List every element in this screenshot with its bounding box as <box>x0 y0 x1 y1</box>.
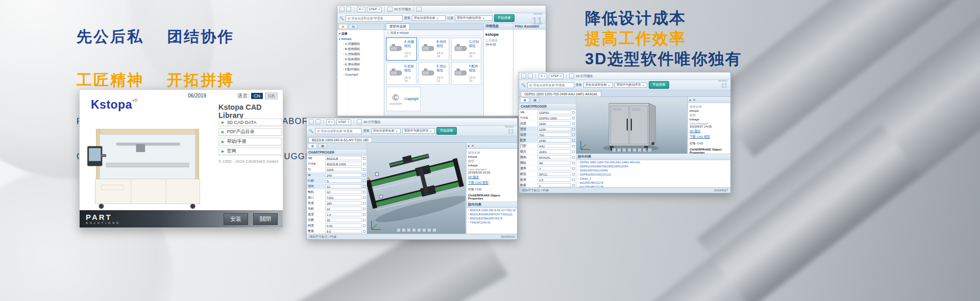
param-row[interactable]: 导程 10 <box>307 206 366 212</box>
param-value[interactable]: AKA1AL <box>537 155 571 159</box>
scope-select[interactable]: 所有目录和名称▾ <box>412 15 446 21</box>
part-card[interactable]: A.伺服模组 19-6-13 <box>386 38 416 60</box>
param-value[interactable]: 1009 <box>325 167 362 171</box>
status-left[interactable]: 增加尺寸标注 / 约束 <box>522 188 549 193</box>
installer-menu-item[interactable]: ▶ 官网 <box>218 147 282 155</box>
param-checkbox[interactable] <box>363 230 365 233</box>
gantry-viewport[interactable] <box>367 143 466 234</box>
param-checkbox[interactable] <box>572 139 575 142</box>
param-checkbox[interactable] <box>572 122 575 125</box>
param-value[interactable]: S1 <box>325 184 362 188</box>
filter-select[interactable]: 零部件与类别术语▾ <box>402 128 435 134</box>
param-checkbox[interactable] <box>363 163 365 165</box>
back-icon[interactable] <box>521 73 526 79</box>
tab-part-selection[interactable]: 零部件选择 <box>386 23 410 30</box>
param-checkbox[interactable] <box>363 208 365 210</box>
part-card[interactable]: F.配件模组 19-6-19 <box>451 62 481 85</box>
param-row[interactable]: 通风 Y <box>519 166 576 171</box>
copyright-card[interactable]: © copyright Copyright 19-9-12 <box>386 87 421 111</box>
info-pin-icon[interactable]: ▸ <box>468 144 470 148</box>
param-row[interactable]: 颜色 AKA1AL <box>519 155 576 160</box>
printer-icon[interactable] <box>357 119 362 124</box>
params-tab-values[interactable]: ▣ <box>308 143 317 148</box>
part-card[interactable]: B.线性模组 19-6-19 <box>419 38 449 60</box>
status-left[interactable]: 增加尺寸标注 / 约束 <box>309 235 336 239</box>
param-checkbox[interactable] <box>572 117 575 119</box>
format-select[interactable]: STEP▾ <box>336 119 351 125</box>
part-card[interactable]: E.滑台模组 19-6-22 <box>419 62 449 85</box>
param-row[interactable]: 锁具 2AR1 <box>519 149 576 155</box>
view-fit-icon[interactable] <box>412 228 416 232</box>
part-name-link[interactable]: F.配件模组 <box>469 64 479 72</box>
param-row[interactable]: 高度 1600 <box>519 121 576 127</box>
view-rotate-icon[interactable] <box>397 228 401 232</box>
parts-list-item[interactable]: ▪ BSZ2LB1009A240T201-B <box>467 216 517 220</box>
param-checkbox[interactable] <box>572 156 575 159</box>
printer-icon[interactable] <box>569 73 574 79</box>
param-row[interactable]: W 240 <box>307 172 366 178</box>
parts-list-item[interactable]: ▪ GDP6112001600700(1600)16001200A <box>576 164 730 168</box>
view-pan-icon[interactable] <box>617 148 621 152</box>
param-row[interactable]: 深度 700 <box>519 132 576 138</box>
param-value[interactable]: 180 <box>325 201 362 205</box>
view-measure-icon[interactable] <box>427 228 431 232</box>
view-zoom-icon[interactable] <box>622 148 626 152</box>
print-preview-label[interactable]: 3D 打印预览 <box>394 7 411 12</box>
param-checkbox[interactable] <box>572 145 575 147</box>
view-settings-icon[interactable] <box>648 148 652 152</box>
param-checkbox[interactable] <box>363 202 365 205</box>
search-input[interactable] <box>315 128 362 134</box>
param-value[interactable]: A4U <box>537 144 571 148</box>
param-value[interactable]: 0.02 <box>325 223 362 228</box>
param-value[interactable]: SPCC <box>537 172 571 176</box>
view-iso-icon[interactable] <box>422 228 426 232</box>
param-row[interactable]: NB GDP61 <box>519 110 576 115</box>
count-select[interactable]: 4▾ <box>357 7 365 12</box>
param-row[interactable]: 门型 A4U <box>519 143 576 149</box>
info-pin-icon[interactable]: ▸ <box>690 98 691 102</box>
param-checkbox[interactable] <box>363 180 365 182</box>
param-value[interactable]: 8.5 <box>325 229 362 233</box>
param-value[interactable]: 1.5 <box>325 212 362 216</box>
tree-item[interactable]: ▪B.线性模组 <box>343 46 382 52</box>
breadcrumb[interactable]: ⌂ 目录 ▸ kstopa <box>384 30 483 36</box>
param-row[interactable]: 速度 1.5 <box>307 212 366 217</box>
back-icon[interactable] <box>339 7 345 12</box>
param-checkbox[interactable] <box>572 111 575 114</box>
scope-select[interactable]: 所有目录和名称▾ <box>371 128 401 134</box>
installer-menu-item[interactable]: ▶ 帮助/手册 <box>218 138 282 145</box>
param-value[interactable]: GDP61 <box>537 110 571 114</box>
param-value[interactable]: 2490 <box>537 138 571 142</box>
param-value[interactable]: S <box>325 179 362 183</box>
param-row[interactable]: 电机 NY <box>307 189 366 195</box>
tree-item[interactable]: ▪E.滑台模组 <box>343 62 382 67</box>
params-tab-table[interactable]: ▤ <box>318 143 327 148</box>
part-name-link[interactable]: C.控制模组 <box>469 40 479 48</box>
param-checkbox[interactable] <box>363 157 365 160</box>
param-checkbox[interactable] <box>363 213 365 216</box>
param-checkbox[interactable] <box>572 179 575 181</box>
tree-root[interactable]: ▾ 目录 <box>339 31 382 36</box>
view-front-icon[interactable] <box>417 228 421 232</box>
tree-tab-structure[interactable]: ▣ <box>338 24 348 29</box>
view-iso-icon[interactable] <box>638 148 642 152</box>
filter-select[interactable]: 零部件与类别术语▾ <box>615 82 647 88</box>
parts-list-item[interactable]: ▪ Caster_1 <box>576 177 730 181</box>
param-value[interactable]: 10 <box>325 207 362 211</box>
param-checkbox[interactable] <box>572 162 575 164</box>
param-checkbox[interactable] <box>572 150 575 153</box>
param-row[interactable]: 角度 180 <box>307 200 366 206</box>
view-measure-icon[interactable] <box>643 148 647 152</box>
param-row[interactable]: NB BSZ2LB <box>307 156 366 161</box>
part-card[interactable]: C.控制模组 19-6-19 <box>451 38 481 60</box>
part-card[interactable]: D.机柜模组 19-6-19 <box>386 62 416 85</box>
view-zoom-icon[interactable] <box>407 228 411 232</box>
param-checkbox[interactable] <box>363 185 365 188</box>
filter-select[interactable]: 零部件与类别术语▾ <box>455 15 493 21</box>
param-checkbox[interactable] <box>572 134 575 136</box>
count-select[interactable]: 4▾ <box>538 73 547 79</box>
print-preview-label[interactable]: 3D 打印预览 <box>363 120 380 124</box>
download-link[interactable]: 下载 CAD 模型 <box>468 181 516 185</box>
close-button[interactable]: 關閉 <box>253 213 278 225</box>
param-checkbox[interactable] <box>572 184 575 187</box>
